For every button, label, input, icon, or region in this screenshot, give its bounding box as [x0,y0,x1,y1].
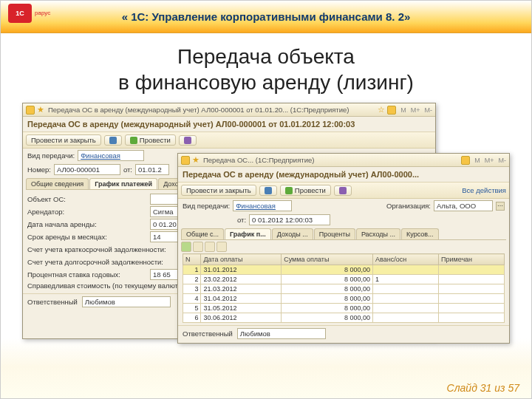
date-field2[interactable]: 0 01.2012 12:00:03 [249,214,330,225]
logo-badge: 1С [8,4,32,23]
slide-title-l1: Передача объекта [177,45,355,68]
window-schedule: ★ Передача ОС... (1С:Предприятие) M M+ M… [177,153,510,344]
m-plus-badge[interactable]: M+ [411,106,420,114]
os-label: Объект ОС: [27,195,146,203]
window2-subtitle: Передача ОС в аренду (международный учет… [178,167,509,183]
favorite-icon[interactable]: ★ [192,155,200,165]
responsible-field[interactable]: Любимов [82,296,171,307]
post-icon [130,137,137,144]
window2-footer: Ответственный Любимов [178,325,509,341]
calc-icon[interactable] [387,106,396,115]
slide-footer: Слайд 31 из 57 [447,382,519,394]
payment-schedule-table[interactable]: N Дата оплаты Сумма оплаты Аванс/осн При… [183,253,505,323]
post-button[interactable]: Провести [280,185,331,196]
delete-row-icon[interactable] [193,242,203,252]
rate-label: Процентная ставка годовых: [27,270,146,279]
lookup-icon[interactable]: ⋯ [496,202,505,211]
transfer-type-field[interactable]: Финансовая [78,150,144,161]
col-date[interactable]: Дата оплаты [201,254,282,265]
col-note[interactable]: Примечан [439,254,505,265]
post-button[interactable]: Провести [125,134,176,146]
responsible-field2[interactable]: Любимов [237,328,326,339]
all-actions-link[interactable]: Все действия [462,186,506,194]
m-badge[interactable]: M [400,106,406,114]
post-icon [285,187,293,194]
titlebar[interactable]: ★ Передача ОС в аренду (международный уч… [23,103,435,117]
move-down-icon[interactable] [216,242,227,252]
table-row[interactable]: 321.03.20128 000,00 [183,284,505,294]
add-row-icon[interactable] [181,242,191,252]
save-icon [109,137,117,144]
m-plus-badge[interactable]: M+ [485,157,494,164]
start-date-label: Дата начала аренды: [27,220,146,228]
long-acct-label: Счет учета долгосрочной задолженности: [27,258,175,266]
m-minus-badge[interactable]: M- [499,157,507,164]
col-sum[interactable]: Сумма оплаты [282,254,373,265]
transfer-type-label: Вид передачи: [27,151,75,160]
org-label: Организация: [386,202,431,210]
report-icon [184,137,191,144]
table-row[interactable]: 223.02.20128 000,001 [183,275,505,284]
tab-general[interactable]: Общие сведения [26,178,89,189]
table-row[interactable]: 431.04.20128 000,00 [183,294,505,304]
slide-title: Передача объекта в финансовую аренду (ли… [1,44,531,95]
window-subtitle: Передача ОС в аренду (международный учет… [23,117,435,132]
responsible-label2: Ответственный [183,330,233,338]
tab-schedule[interactable]: График платежей [89,178,157,189]
date-field[interactable]: 01.01.2 [135,164,169,175]
screenshot-stage: ★ Передача ОС в аренду (международный уч… [22,103,510,354]
logo: 1С рарус [8,4,50,23]
tab2-expense[interactable]: Расходы ... [356,228,400,239]
tabs2: Общие с... График п... Доходы ... Процен… [181,228,506,240]
titlebar-text: Передача ОС в аренду (международный учет… [48,106,349,114]
months-label: Срок аренды в месяцах: [27,233,146,241]
report-button[interactable] [334,185,352,196]
save-icon [265,187,272,194]
calc-icon[interactable] [461,156,470,165]
post-and-close-button[interactable]: Провести и закрыть [26,134,101,146]
post-and-close-button[interactable]: Провести и закрыть [181,185,256,196]
header-title: « 1С: Управление корпоративными финансам… [122,10,411,23]
org-field[interactable]: Альта, ООО [434,200,493,211]
date-from-label2: от: [237,216,246,224]
toolbar: Провести и закрыть Провести [23,132,435,149]
report-button[interactable] [179,135,197,146]
transfer-type-field2[interactable]: Финансовая [233,200,292,211]
short-acct-label: Счет учета краткосрочной задолженности: [27,245,175,253]
responsible-label: Ответственный [27,298,78,306]
post-label: Провести [140,136,171,144]
slide-header: 1С рарус « 1С: Управление корпоративными… [1,1,531,33]
toolbar-extra-icon[interactable]: ☆ [378,105,385,115]
transfer-type-label2: Вид передачи: [183,202,230,210]
number-label: Номер: [27,166,51,174]
app-icon [26,106,35,115]
date-from-label: от: [123,166,132,174]
favorite-icon[interactable]: ★ [37,105,44,115]
slide-title-l2: в финансовую аренду (лизинг) [118,71,414,94]
m-badge[interactable]: M [474,157,480,164]
col-n[interactable]: N [183,254,201,265]
move-up-icon[interactable] [205,242,215,252]
tab2-currency[interactable]: Курсов... [401,228,439,239]
tab2-general[interactable]: Общие с... [181,228,224,239]
tab2-interest[interactable]: Проценты [314,228,355,239]
logo-subtext: рарус [35,10,50,16]
table-row[interactable]: 630.06.20128 000,00 [183,313,505,323]
table-row[interactable]: 131.01.20128 000,00 [183,265,505,275]
titlebar2[interactable]: ★ Передача ОС... (1С:Предприятие) M M+ M… [178,154,509,167]
tab2-income[interactable]: Доходы ... [272,228,313,239]
toolbar2: Провести и закрыть Провести Все действия [178,183,509,199]
m-minus-badge[interactable]: M- [425,106,433,114]
tab2-schedule[interactable]: График п... [225,228,271,239]
save-button[interactable] [104,135,122,146]
number-field[interactable]: АЛ00-000001 [54,164,120,175]
app-icon [181,156,190,165]
col-adv[interactable]: Аванс/осн [372,254,438,265]
report-icon [339,187,347,194]
post-label: Провести [295,186,326,194]
save-button[interactable] [259,185,277,196]
lessee-label: Арендатор: [27,208,146,216]
post-close-label: Провести и закрыть [186,186,251,194]
post-close-label: Провести и закрыть [31,136,96,144]
table-row[interactable]: 531.05.20128 000,00 [183,304,505,313]
